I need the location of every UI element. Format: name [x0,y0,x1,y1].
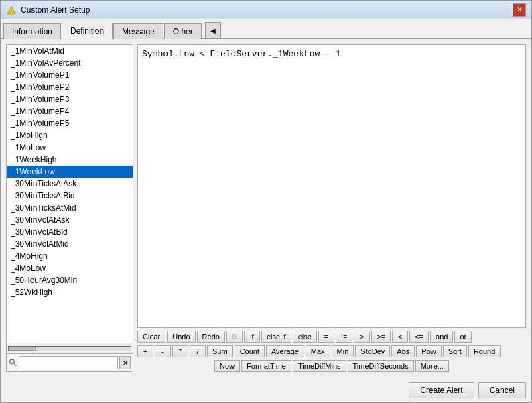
gte-button[interactable]: >= [371,331,391,343]
and-button[interactable]: and [430,331,453,343]
list-item[interactable]: _30MinTicksAtMid [7,202,133,214]
list-item[interactable]: _50HourAvg30Min [7,274,133,286]
else-button[interactable]: else [293,331,317,343]
bottom-bar: Create Alert Cancel [1,378,531,402]
time-diff-seconds-button[interactable]: TimeDiffSeconds [348,360,414,372]
left-panel: _1MinVolAtMid_1MinVolAvPercent_1MinVolum… [6,44,133,372]
redo-button[interactable]: Redo [197,331,225,343]
create-alert-button[interactable]: Create Alert [409,382,474,398]
max-button[interactable]: Max [306,345,330,357]
tab-other[interactable]: Other [164,23,202,39]
tab-bar: Information Definition Message Other ◀ [1,19,531,39]
toolbar-row-3: Now FormatTime TimeDiffMins TimeDiffSeco… [137,360,526,372]
close-button[interactable]: ✕ [513,3,526,17]
tab-scroll-arrow[interactable]: ◀ [205,22,221,38]
list-item[interactable]: _52WkHigh [7,286,133,298]
main-window: ! Custom Alert Setup ✕ Information Defin… [0,0,532,403]
list-item[interactable]: _1MinVolumeP2 [7,81,133,93]
svg-point-2 [10,359,15,364]
window-icon: ! [6,5,17,15]
search-icon [9,357,17,368]
else-if-button[interactable]: else if [261,331,291,343]
list-item[interactable]: _1WeekLow [7,166,133,178]
scrollbar-track [8,346,131,351]
list-item[interactable]: _1MinVolumeP4 [7,105,133,117]
undo-button[interactable]: Undo [167,331,195,343]
minus-button[interactable]: - [155,345,171,357]
sqrt-button[interactable]: Sqrt [443,345,467,357]
formula-editor[interactable]: Symbol.Low < FieldServer._1WeekLow - 1 [137,44,526,328]
list-item[interactable]: _4MoLow [7,262,133,274]
title-bar-left: ! Custom Alert Setup [6,5,90,15]
sum-button[interactable]: Sum [207,345,233,357]
title-bar: ! Custom Alert Setup ✕ [1,1,531,19]
list-item[interactable]: _30MinVolAtMid [7,238,133,250]
lte-button[interactable]: <= [409,331,429,343]
stddev-button[interactable]: StdDev [355,345,390,357]
list-item[interactable]: _1MinVolumeP3 [7,93,133,105]
scrollbar-thumb [9,347,36,351]
right-panel: Symbol.Low < FieldServer._1WeekLow - 1 C… [137,44,526,372]
svg-line-3 [14,364,16,366]
search-clear-button[interactable]: ✕ [119,356,131,369]
count-button[interactable]: Count [235,345,265,357]
tab-message[interactable]: Message [113,23,163,39]
list-item[interactable]: _4MoHigh [7,250,133,262]
cancel-button[interactable]: Cancel [478,382,526,398]
now-button[interactable]: Now [214,360,240,372]
list-item[interactable]: _30MinVolAtBid [7,226,133,238]
list-item[interactable]: _1MinVolumeP5 [7,117,133,129]
toolbar-row-1: Clear Undo Redo 0 if else if else = != >… [137,331,526,343]
horizontal-scrollbar[interactable] [7,343,133,353]
gt-button[interactable]: > [354,331,370,343]
if-button[interactable]: if [244,331,260,343]
time-diff-mins-button[interactable]: TimeDiffMins [293,360,346,372]
average-button[interactable]: Average [266,345,304,357]
redo-num: 0 [226,331,243,343]
content-area: _1MinVolAtMid_1MinVolAvPercent_1MinVolum… [1,39,531,378]
search-bar: ✕ [7,353,133,371]
list-item[interactable]: _1MoHigh [7,129,133,141]
list-item[interactable]: _30MinTicksAtAsk [7,178,133,190]
list-item[interactable]: _1MinVolAtMid [7,45,133,57]
svg-text:!: ! [10,9,12,15]
search-input[interactable] [19,356,118,369]
list-item[interactable]: _30MinTicksAtBid [7,190,133,202]
field-list[interactable]: _1MinVolAtMid_1MinVolAvPercent_1MinVolum… [7,45,133,343]
or-button[interactable]: or [454,331,472,343]
min-button[interactable]: Min [332,345,354,357]
format-time-button[interactable]: FormatTime [241,360,291,372]
list-item[interactable]: _1WeekHigh [7,154,133,166]
list-item[interactable]: _1MinVolAvPercent [7,57,133,69]
neq-button[interactable]: != [336,331,352,343]
eq-button[interactable]: = [318,331,334,343]
list-item[interactable]: _30MinVolAtAsk [7,214,133,226]
pow-button[interactable]: Pow [416,345,441,357]
multiply-button[interactable]: * [172,345,188,357]
list-item[interactable]: _1MinVolumeP1 [7,69,133,81]
round-button[interactable]: Round [468,345,501,357]
toolbar-row-2: + - * / Sum Count Average Max Min StdDev… [137,345,526,357]
clear-button[interactable]: Clear [137,331,165,343]
window-title: Custom Alert Setup [21,5,90,15]
list-item[interactable]: _1MoLow [7,141,133,154]
plus-button[interactable]: + [137,345,153,357]
more-button[interactable]: More... [415,360,449,372]
lt-button[interactable]: < [392,331,408,343]
abs-button[interactable]: Abs [391,345,415,357]
tab-information[interactable]: Information [3,23,61,39]
divide-button[interactable]: / [190,345,206,357]
tab-definition[interactable]: Definition [62,23,113,39]
